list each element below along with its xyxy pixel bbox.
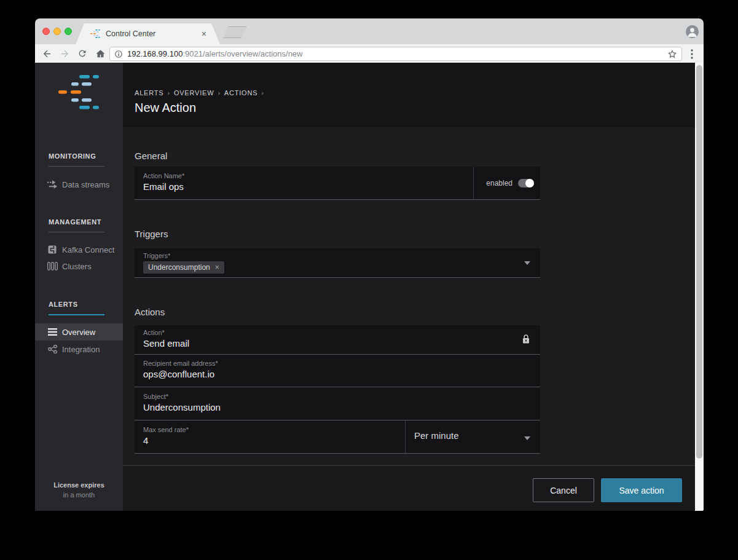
action-name-field[interactable]: Action Name* Email ops enabled	[135, 167, 540, 200]
toggle-knob	[525, 179, 534, 187]
max-send-rate-row: Max send rate* 4 Per minute	[135, 420, 540, 454]
sidebar-item-label: Clusters	[62, 262, 92, 271]
sidebar: MONITORING Data streams MANAGEMENT	[35, 63, 123, 511]
forward-button[interactable]	[58, 47, 71, 60]
divider	[49, 166, 104, 167]
page-header: ALERTS›OVERVIEW›ACTIONS› New Action	[123, 63, 695, 127]
sidebar-item-label: Data streams	[62, 180, 109, 189]
scrollbar-thumb[interactable]	[696, 65, 702, 459]
section-heading-triggers: Triggers	[135, 229, 168, 239]
divider	[49, 232, 104, 232]
section-heading-general: General	[135, 151, 167, 161]
subject-field[interactable]: Subject* Underconsumption	[135, 387, 540, 420]
sidebar-item-label: Kafka Connect	[62, 245, 114, 254]
action-name-value[interactable]: Email ops	[143, 181, 184, 192]
action-type-field[interactable]: Action* Send email	[135, 325, 540, 355]
chevron-down-icon[interactable]	[524, 436, 530, 440]
url-host: 192.168.99.100	[127, 49, 183, 58]
url-path: :9021/alerts/overview/actions/new	[183, 49, 302, 58]
max-send-rate-label: Max send rate*	[143, 426, 189, 433]
kafka-connect-icon	[47, 245, 58, 254]
license-when-text: in a month	[35, 491, 123, 499]
chevron-down-icon[interactable]	[524, 261, 530, 265]
page-info-icon[interactable]	[114, 50, 123, 58]
sidebar-item-clusters[interactable]: Clusters	[35, 258, 123, 274]
overview-icon	[47, 328, 58, 336]
action-name-label: Action Name*	[143, 172, 184, 179]
page-title: New Action	[135, 101, 196, 115]
minimize-window-button[interactable]	[53, 28, 61, 35]
chip-remove-icon[interactable]: ×	[215, 263, 219, 272]
browser-toolbar: 192.168.99.100:9021/alerts/overview/acti…	[35, 44, 704, 63]
sidebar-item-data-streams[interactable]: Data streams	[35, 176, 123, 192]
browser-tabstrip: Control Center ×	[35, 18, 704, 44]
triggers-label: Triggers*	[143, 252, 170, 259]
subject-value[interactable]: Underconsumption	[143, 402, 221, 412]
bookmark-star-icon[interactable]	[667, 49, 677, 59]
section-heading-actions: Actions	[135, 307, 165, 317]
cancel-button[interactable]: Cancel	[533, 478, 594, 502]
home-button[interactable]	[93, 47, 107, 60]
enabled-label: enabled	[486, 179, 512, 187]
recipient-email-label: Recipient email address*	[143, 360, 218, 367]
new-tab-button[interactable]	[223, 26, 246, 38]
sidebar-header-monitoring: MONITORING	[49, 152, 96, 160]
rate-unit-value: Per minute	[414, 430, 459, 441]
tab-control-center[interactable]: Control Center ×	[76, 23, 220, 44]
vertical-scrollbar[interactable]	[695, 63, 704, 511]
data-streams-icon	[47, 180, 58, 189]
back-button[interactable]	[40, 47, 53, 60]
browser-menu-button[interactable]	[686, 47, 698, 61]
app-content: MONITORING Data streams MANAGEMENT	[35, 63, 704, 511]
actions-field-group: Action* Send email Recip	[135, 325, 540, 454]
recipient-email-field[interactable]: Recipient email address* ops@confluent.i…	[135, 355, 540, 387]
back-arrow-icon	[42, 49, 52, 59]
max-send-rate-value[interactable]: 4	[143, 435, 148, 446]
lock-icon	[522, 334, 530, 346]
breadcrumb-separator: ›	[167, 89, 170, 97]
breadcrumb-separator: ›	[261, 89, 264, 97]
reload-button[interactable]	[76, 47, 89, 60]
integration-icon	[47, 345, 58, 353]
browser-profile-avatar[interactable]	[686, 25, 699, 38]
home-icon	[95, 49, 106, 59]
breadcrumb: ALERTS›OVERVIEW›ACTIONS›	[135, 89, 268, 97]
rate-unit-select[interactable]: Per minute	[405, 420, 540, 453]
sidebar-item-integration[interactable]: Integration	[35, 341, 123, 357]
enabled-toggle-group: enabled	[473, 167, 540, 199]
trigger-chip[interactable]: Underconsumption ×	[143, 261, 224, 274]
person-icon	[686, 25, 699, 38]
clusters-icon	[47, 262, 58, 270]
trigger-chip-label: Underconsumption	[148, 263, 210, 272]
action-type-label: Action*	[143, 329, 165, 336]
form-footer: Cancel Save action	[123, 465, 695, 511]
breadcrumb-actions[interactable]: ACTIONS	[224, 89, 258, 97]
breadcrumb-alerts[interactable]: ALERTS	[135, 89, 163, 97]
subject-label: Subject*	[143, 393, 168, 400]
sidebar-header-management: MANAGEMENT	[49, 218, 101, 226]
maximize-window-button[interactable]	[65, 28, 72, 35]
triggers-select-field[interactable]: Triggers* Underconsumption ×	[135, 248, 540, 278]
enabled-toggle[interactable]	[518, 179, 534, 187]
tab-close-icon[interactable]: ×	[202, 29, 206, 39]
close-window-button[interactable]	[42, 28, 50, 35]
sidebar-header-alerts: ALERTS	[49, 301, 78, 308]
main-panel: ALERTS›OVERVIEW›ACTIONS› New Action Gene…	[123, 63, 695, 511]
sidebar-item-kafka-connect[interactable]: Kafka Connect	[35, 242, 123, 258]
recipient-email-value[interactable]: ops@confluent.io	[143, 369, 214, 379]
alerts-active-divider	[49, 314, 104, 315]
screenshot-stage: Control Center ×	[0, 0, 738, 560]
kebab-menu-icon	[691, 49, 693, 59]
confluent-favicon-icon	[90, 30, 100, 38]
action-type-value: Send email	[143, 338, 189, 349]
reload-icon	[77, 49, 87, 58]
save-action-button[interactable]: Save action	[601, 478, 682, 502]
confluent-logo-icon	[58, 75, 99, 109]
breadcrumb-overview[interactable]: OVERVIEW	[174, 89, 214, 97]
sidebar-item-overview[interactable]: Overview	[35, 323, 123, 341]
sidebar-item-label: Overview	[62, 328, 95, 337]
address-bar[interactable]: 192.168.99.100:9021/alerts/overview/acti…	[109, 47, 682, 61]
license-notice: License expires in a month	[35, 481, 123, 499]
browser-window: Control Center ×	[35, 18, 704, 511]
tab-title: Control Center	[106, 30, 155, 38]
